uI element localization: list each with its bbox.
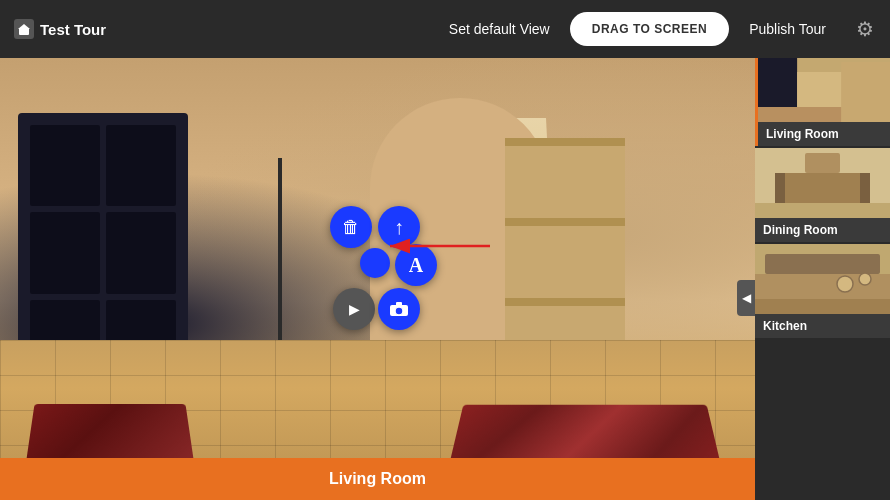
scene-label-kitchen: Kitchen bbox=[755, 314, 890, 338]
svg-rect-0 bbox=[19, 28, 29, 35]
panorama-view[interactable]: 🗑 ↑ A ▶ Living Room bbox=[0, 58, 755, 500]
scene-item-living-room[interactable]: Living Room bbox=[755, 52, 890, 146]
sidebar: SCENES: (drag to order) Living Room bbox=[755, 0, 890, 500]
sidebar-collapse-button[interactable]: ◀ bbox=[737, 280, 755, 316]
scene-item-dining-room[interactable]: Dining Room bbox=[755, 148, 890, 242]
settings-gear-button[interactable]: ⚙ bbox=[846, 17, 884, 41]
fab-trash-button[interactable]: 🗑 bbox=[330, 206, 372, 248]
fab-text-button[interactable]: A bbox=[395, 244, 437, 286]
tour-title: Test Tour bbox=[0, 19, 120, 39]
svg-rect-23 bbox=[755, 299, 890, 314]
scene-thumbnail-kitchen bbox=[755, 244, 890, 314]
svg-marker-1 bbox=[18, 24, 30, 29]
scene-thumbnail-dining-room bbox=[755, 148, 890, 218]
fab-upload-button[interactable]: ↑ bbox=[378, 206, 420, 248]
fab-dot-indicator bbox=[360, 248, 390, 278]
svg-rect-11 bbox=[841, 62, 890, 122]
svg-rect-13 bbox=[785, 173, 860, 203]
publish-tour-button[interactable]: Publish Tour bbox=[729, 13, 846, 45]
drag-to-screen-button[interactable]: DRAG TO SCREEN bbox=[570, 12, 729, 46]
svg-rect-4 bbox=[396, 302, 402, 306]
scene-label-living-room: Living Room bbox=[758, 122, 890, 146]
scene-label-dining-room: Dining Room bbox=[755, 218, 890, 242]
svg-point-22 bbox=[859, 273, 871, 285]
svg-rect-20 bbox=[765, 254, 880, 274]
header-bar: Test Tour Set default View DRAG TO SCREE… bbox=[0, 0, 890, 58]
set-default-button[interactable]: Set default View bbox=[429, 13, 570, 45]
svg-point-3 bbox=[395, 307, 403, 315]
scene-item-kitchen[interactable]: Kitchen bbox=[755, 244, 890, 338]
scene-bottom-label: Living Room bbox=[0, 458, 755, 500]
home-icon bbox=[14, 19, 34, 39]
fab-camera-button[interactable] bbox=[378, 288, 420, 330]
scene-thumbnail-living-room bbox=[758, 52, 890, 122]
svg-rect-16 bbox=[755, 203, 890, 218]
svg-point-21 bbox=[837, 276, 853, 292]
fab-video-button[interactable]: ▶ bbox=[333, 288, 375, 330]
svg-rect-17 bbox=[805, 153, 840, 173]
